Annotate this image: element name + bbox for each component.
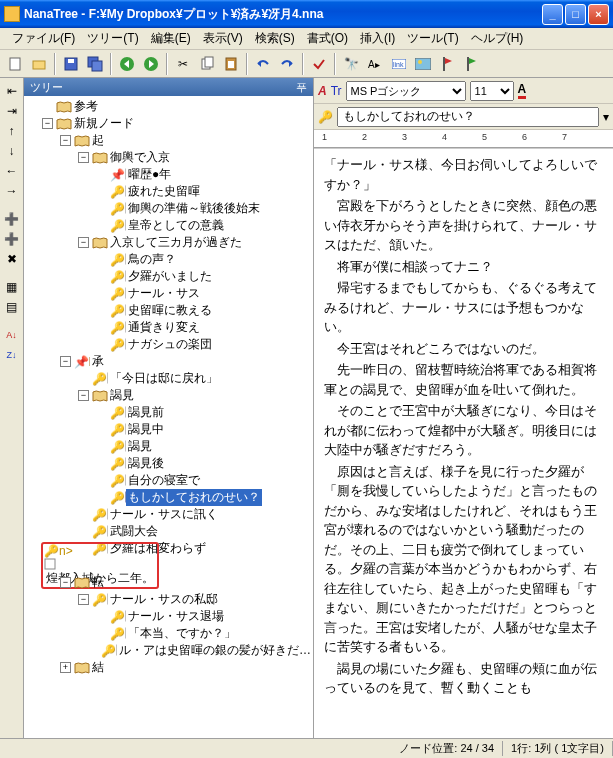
copy-icon[interactable] — [196, 53, 218, 75]
menu-item[interactable]: 検索(S) — [249, 28, 301, 49]
tree-node[interactable]: 🔑武闘大会 — [24, 523, 313, 540]
font-color-icon[interactable]: A — [518, 82, 527, 99]
search-input[interactable] — [337, 107, 599, 127]
tree-node[interactable]: 🔑御輿の準備～戦後後始末 — [24, 200, 313, 217]
close-button[interactable]: × — [588, 4, 609, 25]
tree-node[interactable]: 🔑鳥の声？ — [24, 251, 313, 268]
tree-node[interactable]: −新規ノード — [24, 115, 313, 132]
tree-node[interactable]: 🔑謁見中 — [24, 421, 313, 438]
tree-node[interactable]: 🔑夕羅がいました — [24, 268, 313, 285]
node-label: 「本当、ですか？」 — [126, 625, 238, 642]
tree-node[interactable]: 🔑ル・アは史留暉の銀の髪が好きだ… — [24, 642, 313, 659]
tree-node[interactable]: 🔑皇帝としての意義 — [24, 217, 313, 234]
image-icon[interactable] — [412, 53, 434, 75]
pin-icon[interactable]: 푸 — [296, 80, 307, 95]
tree-node[interactable]: +結 — [24, 659, 313, 676]
menu-item[interactable]: ツール(T) — [401, 28, 464, 49]
svg-rect-9 — [205, 57, 213, 67]
undo-icon[interactable] — [252, 53, 274, 75]
flag-green-icon[interactable] — [460, 53, 482, 75]
binoculars-icon[interactable]: 🔭 — [340, 53, 362, 75]
menu-item[interactable]: 書式(O) — [301, 28, 354, 49]
paragraph: 今王宮はそれどころではないのだ。 — [324, 339, 603, 359]
ruler[interactable]: 1234567 — [314, 130, 613, 148]
tree-node[interactable]: 🔑「本当、ですか？」 — [24, 625, 313, 642]
menu-item[interactable]: 編集(E) — [145, 28, 197, 49]
paste-icon[interactable] — [220, 53, 242, 75]
save-icon[interactable] — [60, 53, 82, 75]
delete-node-icon[interactable]: ✖ — [3, 250, 21, 268]
tree-expander[interactable]: − — [42, 118, 53, 129]
tree-node[interactable]: 参考 — [24, 98, 313, 115]
tree-node[interactable]: 🔑ナガシュの楽団 — [24, 336, 313, 353]
node-label: 起 — [90, 132, 106, 149]
tree-node[interactable]: 🔑ナール・サス退場 — [24, 608, 313, 625]
tree-node[interactable]: 🔑もしかしておれのせい？ — [24, 489, 313, 506]
tree-node[interactable]: −入京して三カ月が過ぎた — [24, 234, 313, 251]
tree-node[interactable]: 📌曜歴●年 — [24, 166, 313, 183]
minimize-button[interactable]: _ — [542, 4, 563, 25]
maximize-button[interactable]: □ — [565, 4, 586, 25]
menu-item[interactable]: 表示(V) — [197, 28, 249, 49]
flag-red-icon[interactable] — [436, 53, 458, 75]
tree-node[interactable]: −御輿で入京 — [24, 149, 313, 166]
tree-node[interactable]: 🔑ナール・サス — [24, 285, 313, 302]
add-sibling-icon[interactable]: ➕ — [3, 210, 21, 228]
outdent-icon[interactable]: ⇤ — [3, 82, 21, 100]
checkmark-icon[interactable] — [308, 53, 330, 75]
tree-node[interactable]: 🔑疲れた史留暉 — [24, 183, 313, 200]
tree-node[interactable]: 🔑謁見 — [24, 438, 313, 455]
tree-node[interactable]: −起 — [24, 132, 313, 149]
indent-icon[interactable]: ⇥ — [3, 102, 21, 120]
tree-expander[interactable]: − — [78, 390, 89, 401]
collapse-all-icon[interactable]: ▤ — [3, 298, 21, 316]
tree-node[interactable]: 🔑通貨きり変え — [24, 319, 313, 336]
find-next-icon[interactable]: A▸ — [364, 53, 386, 75]
new-doc-icon[interactable] — [4, 53, 26, 75]
tree-node[interactable]: 🔑謁見後 — [24, 455, 313, 472]
redo-icon[interactable] — [276, 53, 298, 75]
sort-za-icon[interactable]: Z↓ — [3, 346, 21, 364]
menu-item[interactable]: 挿入(I) — [354, 28, 401, 49]
font-select[interactable]: MS Pゴシック — [346, 81, 466, 101]
editor-pane: A Tr MS Pゴシック 11 A 🔑 ▾ 1234567 「ナール・サス様、… — [314, 78, 613, 738]
back-icon[interactable] — [116, 53, 138, 75]
tree-node[interactable]: 🔑史留暉に教える — [24, 302, 313, 319]
save-all-icon[interactable] — [84, 53, 106, 75]
tree-expander[interactable]: − — [78, 237, 89, 248]
forward-icon[interactable] — [140, 53, 162, 75]
tree-node[interactable]: 🔑謁見前 — [24, 404, 313, 421]
link-icon[interactable]: link — [388, 53, 410, 75]
tree-expander[interactable]: − — [60, 577, 71, 588]
move-right-icon[interactable]: → — [3, 182, 21, 200]
tree-node[interactable]: 🔑「今日は邸に戻れ」 — [24, 370, 313, 387]
move-down-icon[interactable]: ↓ — [3, 142, 21, 160]
tree-node[interactable]: −🔑ナール・サスの私邸 — [24, 591, 313, 608]
sort-az-icon[interactable]: A↓ — [3, 326, 21, 344]
tree-expander[interactable]: − — [60, 135, 71, 146]
tree-body[interactable]: 参考−新規ノード−起−御輿で入京📌曜歴●年🔑疲れた史留暉🔑御輿の準備～戦後後始末… — [24, 96, 313, 738]
tree-node[interactable]: 🔑ナール・サスに訊く — [24, 506, 313, 523]
text-editor[interactable]: 「ナール・サス様、今日お伺いしてよろしいですか？」 宮殿を下がろうとしたときに突… — [314, 148, 613, 738]
tree-expander[interactable]: − — [78, 594, 89, 605]
menu-item[interactable]: ツリー(T) — [81, 28, 144, 49]
font-format-icon[interactable]: A — [318, 84, 327, 98]
tree-node[interactable]: −謁見 — [24, 387, 313, 404]
move-left-icon[interactable]: ← — [3, 162, 21, 180]
cut-icon[interactable]: ✂ — [172, 53, 194, 75]
menu-item[interactable]: ヘルプ(H) — [465, 28, 530, 49]
tree-node[interactable]: −📌承 — [24, 353, 313, 370]
node-icon — [92, 237, 108, 249]
tree-node[interactable]: 🔑n>煌都入城から二年。 — [24, 557, 313, 574]
expand-all-icon[interactable]: ▦ — [3, 278, 21, 296]
tree-expander[interactable]: − — [78, 152, 89, 163]
tree-expander[interactable]: + — [60, 662, 71, 673]
move-up-icon[interactable]: ↑ — [3, 122, 21, 140]
fontsize-select[interactable]: 11 — [470, 81, 514, 101]
open-file-dropdown[interactable] — [28, 53, 50, 75]
add-child-icon[interactable]: ➕ — [3, 230, 21, 248]
tree-node[interactable]: 🔑自分の寝室で — [24, 472, 313, 489]
search-dropdown-icon[interactable]: ▾ — [603, 110, 609, 124]
menu-item[interactable]: ファイル(F) — [6, 28, 81, 49]
tree-expander[interactable]: − — [60, 356, 71, 367]
